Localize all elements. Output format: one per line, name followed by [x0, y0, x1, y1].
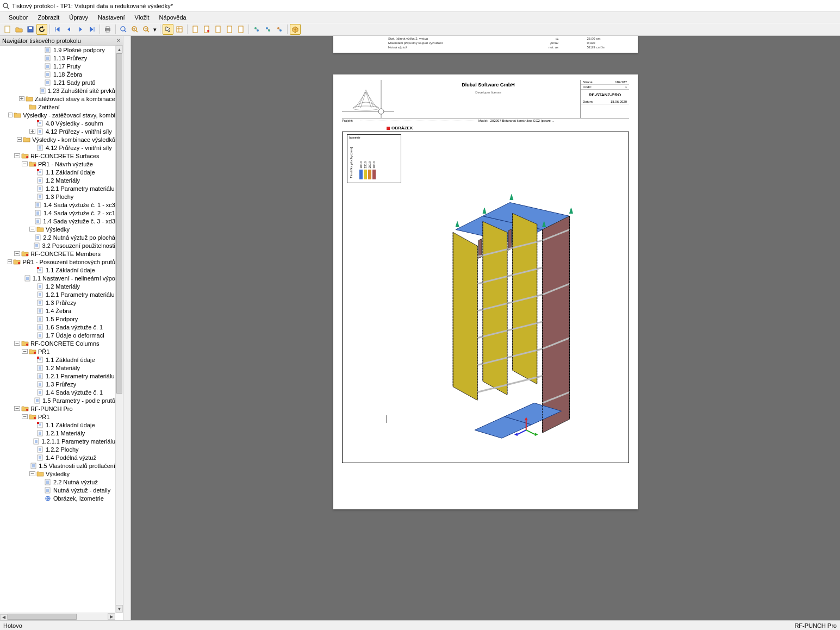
- tree-node[interactable]: −PŘ1 - Návrh výztuže: [0, 160, 115, 168]
- tree-node[interactable]: 1.4 Sada výztuže č. 1: [0, 388, 115, 396]
- cube-icon[interactable]: [290, 24, 301, 35]
- link1-icon[interactable]: [251, 24, 262, 35]
- tree-node[interactable]: 1.23 Zahuštění sítě prvků: [0, 86, 115, 95]
- tree-node[interactable]: 1.4 Sada výztuže č. 2 - xc1: [0, 209, 115, 217]
- tree-node[interactable]: 1.2.1 Parametry materiálu: [0, 184, 115, 192]
- tree-node[interactable]: 1.17 Pruty: [0, 62, 115, 70]
- menu-upravy[interactable]: Úpravy: [65, 13, 92, 22]
- menu-vlozit[interactable]: Vložit: [130, 13, 154, 22]
- tree-node[interactable]: 1.3 Průřezy: [0, 380, 115, 388]
- menu-zobrazit[interactable]: Zobrazit: [33, 13, 64, 22]
- nav-last-icon[interactable]: [86, 24, 97, 35]
- refresh-icon[interactable]: [36, 24, 47, 35]
- nav-prev-icon[interactable]: [64, 24, 74, 35]
- tree-node[interactable]: −PŘ1: [0, 347, 115, 355]
- link3-icon[interactable]: [274, 24, 285, 35]
- tree-node[interactable]: 1.1 Nastavení - nelineární výpo: [0, 274, 115, 282]
- tree-node[interactable]: 1.6 Sada výztuže č. 1: [0, 323, 115, 331]
- zoom-fit-icon[interactable]: [118, 24, 129, 35]
- tree-node[interactable]: 1.2.1 Materiály: [0, 429, 115, 437]
- tree-node[interactable]: +Zatěžovací stavy a kombinace: [0, 95, 115, 103]
- tree-node[interactable]: 3.2 Posouzení použitelnosti: [0, 241, 115, 249]
- hscrollbar[interactable]: ◀ ▶: [0, 613, 115, 620]
- tree-node[interactable]: +4.12 Průřezy - vnitřní síly: [0, 127, 115, 135]
- print-icon[interactable]: [102, 24, 113, 35]
- table-edit-icon[interactable]: [174, 24, 185, 35]
- tree-node[interactable]: 1.2 Materiály: [0, 176, 115, 184]
- tree-node[interactable]: −RF-CONCRETE Surfaces: [0, 152, 115, 160]
- tree-node[interactable]: 1.5 Parametry - podle prutů: [0, 396, 115, 404]
- tree-node[interactable]: 1.4 Podélná výztuž: [0, 453, 115, 461]
- tree-node[interactable]: 1.13 Průřezy: [0, 54, 115, 62]
- scroll-left-icon[interactable]: ◀: [0, 614, 8, 621]
- tree-node[interactable]: Obrázek, Izometrie: [0, 494, 115, 502]
- tree-node[interactable]: −RF-PUNCH Pro: [0, 404, 115, 413]
- tree-node[interactable]: 1.2.2 Plochy: [0, 445, 115, 453]
- nav-first-icon[interactable]: [52, 24, 63, 35]
- tree-node[interactable]: −PŘ1 - Posouzení betonových prutů: [0, 258, 115, 266]
- zoom-out-icon[interactable]: [141, 24, 152, 35]
- zoom-dropdown-icon[interactable]: ▾: [152, 24, 158, 35]
- tree-node[interactable]: 1.7 Údaje o deformaci: [0, 331, 115, 339]
- tree-node[interactable]: 1.18 Žebra: [0, 70, 115, 78]
- page-value: 187/187: [615, 80, 627, 84]
- tree-node[interactable]: −Výsledky: [0, 470, 115, 478]
- tree-node[interactable]: 1.5 Podpory: [0, 315, 115, 323]
- tree-node[interactable]: −RF-CONCRETE Columns: [0, 339, 115, 347]
- tree-node[interactable]: 1.2.1.1 Parametry materiálu: [0, 437, 115, 445]
- tree-node[interactable]: 1.9 Plošné podpory: [0, 46, 115, 54]
- tree-node[interactable]: −Výsledky - kombinace výsledků: [0, 135, 115, 144]
- link2-icon[interactable]: [263, 24, 273, 35]
- tree-node[interactable]: Nutná výztuž - detaily: [0, 486, 115, 494]
- tree-node[interactable]: Zatížení: [0, 103, 115, 111]
- vscroll-thumb[interactable]: [116, 53, 122, 394]
- tree-node[interactable]: 2.2 Nutná výztuž po plochá: [0, 233, 115, 241]
- tree-node[interactable]: 1.3 Plochy: [0, 192, 115, 201]
- tree-node[interactable]: 1.1 Základní údaje: [0, 421, 115, 429]
- pin-icon[interactable]: ✕: [116, 38, 121, 43]
- document-area[interactable]: Stat. účinná výška 2. vrstvad₂26,00cmMax…: [123, 36, 840, 620]
- scroll-down-icon[interactable]: ▼: [116, 605, 123, 613]
- vscrollbar[interactable]: ▲ ▼: [115, 46, 123, 613]
- svg-rect-152: [37, 357, 39, 359]
- doc2-icon[interactable]: [201, 24, 212, 35]
- module-name: RF-STANZ-PRO: [581, 90, 629, 99]
- menu-napoveda[interactable]: Nápověda: [155, 13, 191, 22]
- tree-node[interactable]: 1.1 Základní údaje: [0, 266, 115, 274]
- new-icon[interactable]: [2, 24, 13, 35]
- tree-node[interactable]: 1.2.1 Parametry materiálu: [0, 372, 115, 380]
- svg-point-22: [207, 30, 209, 32]
- open-icon[interactable]: [14, 24, 24, 35]
- tree-node[interactable]: −Výsledky: [0, 225, 115, 233]
- tree-node[interactable]: 4.0 Výsledky - souhrn: [0, 119, 115, 127]
- hscroll-thumb[interactable]: [8, 614, 77, 620]
- tree-node[interactable]: 1.2.1 Parametry materiálu: [0, 290, 115, 298]
- doc3-icon[interactable]: [213, 24, 223, 35]
- tree-node[interactable]: 1.2 Materiály: [0, 364, 115, 372]
- tree-node[interactable]: 1.21 Sady prutů: [0, 78, 115, 86]
- doc5-icon[interactable]: [235, 24, 246, 35]
- save-icon[interactable]: [25, 24, 36, 35]
- tree-node[interactable]: 1.4 Sada výztuže č. 1 - xc3: [0, 201, 115, 209]
- select-icon[interactable]: [163, 24, 173, 35]
- tree-node[interactable]: −Výsledky - zatěžovací stavy, kombi: [0, 111, 115, 119]
- scroll-right-icon[interactable]: ▶: [108, 613, 115, 620]
- zoom-in-icon[interactable]: [129, 24, 140, 35]
- tree-node[interactable]: 4.12 Průřezy - vnitřní síly: [0, 144, 115, 152]
- tree-node[interactable]: 1.5 Vlastnosti uzlů protlačení: [0, 461, 115, 470]
- tree-node[interactable]: −RF-CONCRETE Members: [0, 249, 115, 258]
- tree-node[interactable]: −PŘ1: [0, 413, 115, 421]
- doc1-icon[interactable]: [190, 24, 201, 35]
- tree-node[interactable]: 1.2 Materiály: [0, 282, 115, 290]
- scroll-up-icon[interactable]: ▲: [116, 46, 123, 53]
- menu-nastaveni[interactable]: Nastavení: [94, 13, 129, 22]
- tree-node[interactable]: 1.4 Žebra: [0, 307, 115, 315]
- tree-node[interactable]: 1.1 Základní údaje: [0, 168, 115, 176]
- tree-node[interactable]: 1.4 Sada výztuže č. 3 - xd3: [0, 217, 115, 225]
- doc4-icon[interactable]: [224, 24, 235, 35]
- tree-node[interactable]: 1.3 Průřezy: [0, 298, 115, 307]
- nav-next-icon[interactable]: [75, 24, 86, 35]
- tree-node[interactable]: 2.2 Nutná výztuž: [0, 478, 115, 486]
- menu-soubor[interactable]: Soubor: [4, 13, 32, 22]
- tree-node[interactable]: 1.1 Základní údaje: [0, 355, 115, 364]
